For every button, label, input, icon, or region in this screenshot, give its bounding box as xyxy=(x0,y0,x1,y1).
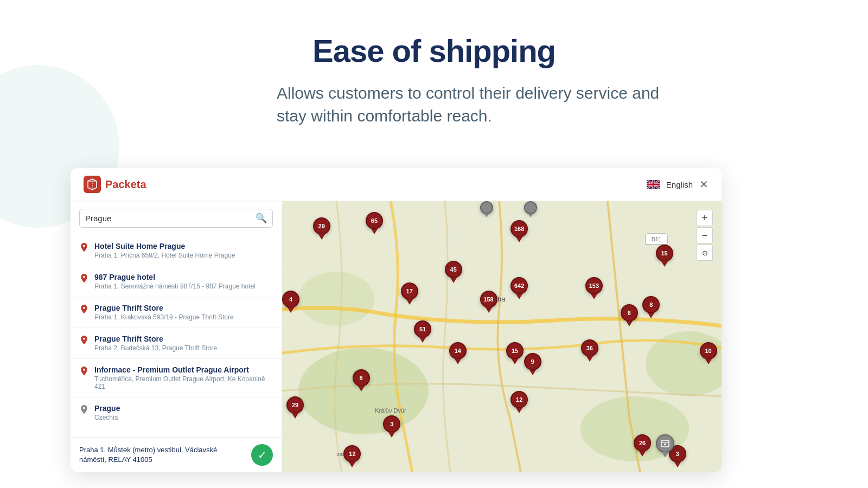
marker-pin xyxy=(388,432,395,438)
marker-pin xyxy=(528,214,533,217)
marker-pin xyxy=(529,370,536,375)
map-marker[interactable]: 12 xyxy=(343,445,361,467)
marker-count: 15 xyxy=(506,342,524,359)
marker-count: 642 xyxy=(510,277,528,294)
svg-rect-19 xyxy=(664,444,666,445)
marker-pin xyxy=(586,356,593,362)
map-marker[interactable]: 45 xyxy=(445,261,462,283)
pin-icon xyxy=(79,243,89,253)
list-item-info: Informace - Premium Outlet Prague Airpor… xyxy=(94,365,273,390)
marker-count: 4 xyxy=(282,291,299,308)
svg-text:Králův Dvůr: Králův Dvůr xyxy=(375,407,406,414)
map-marker[interactable]: 10 xyxy=(700,342,717,364)
packeta-logo-icon xyxy=(84,176,101,193)
marker-count: 3 xyxy=(383,415,400,433)
marker-pin xyxy=(455,359,461,364)
packeta-widget: Packeta English ✕ xyxy=(71,168,722,472)
bottom-bar: Praha 1, Můstek (metro) vestibul, Václav… xyxy=(71,437,282,472)
map-marker-gray[interactable] xyxy=(524,201,537,217)
svg-point-3 xyxy=(83,276,85,278)
map-marker[interactable]: 15 xyxy=(656,245,673,267)
marker-pin xyxy=(516,294,522,299)
zoom-out-button[interactable]: − xyxy=(697,227,713,243)
marker-count: 36 xyxy=(581,339,598,357)
marker-pin xyxy=(705,359,712,364)
svg-point-7 xyxy=(83,407,85,409)
hero-section: Ease of shipping Allows customers to con… xyxy=(190,33,678,153)
svg-point-5 xyxy=(83,338,85,340)
map-background: D11 • Praha Králův Dvůr vice xyxy=(282,201,722,472)
map-marker[interactable]: 6 xyxy=(621,304,638,326)
brand-name: Packeta xyxy=(105,178,146,191)
map-marker[interactable]: 17 xyxy=(401,282,418,305)
widget-header-right: English ✕ xyxy=(647,179,709,190)
selected-location-text: Praha 1, Můstek (metro) vestibul, Václav… xyxy=(79,445,217,465)
checkmark-icon: ✓ xyxy=(258,448,267,461)
language-label: English xyxy=(666,180,693,189)
location-list: Hotel Suite Home Prague Praha 1, Příčná … xyxy=(71,235,282,437)
reset-north-button[interactable]: ⊙ xyxy=(697,245,713,261)
page-subtitle: Allows customers to control their delive… xyxy=(190,82,678,127)
map-marker-gray[interactable] xyxy=(656,434,674,458)
list-item[interactable]: Prague Czechia xyxy=(71,397,282,428)
marker-count: 168 xyxy=(510,220,528,237)
list-item[interactable]: Prague Thrift Store Praha 1, Krakovská 5… xyxy=(71,297,282,328)
search-input[interactable] xyxy=(85,214,256,223)
svg-point-4 xyxy=(83,307,85,309)
marker-pin xyxy=(512,359,518,364)
map-marker[interactable]: 8 xyxy=(642,296,660,318)
list-item-address: Praha 2, Budečská 13, Prague Thrift Stor… xyxy=(94,344,273,352)
list-item[interactable]: Hotel Suite Home Prague Praha 1, Příčná … xyxy=(71,235,282,266)
widget-header: Packeta English ✕ xyxy=(71,168,722,201)
list-item-address: Praha 1, Příčná 658/2, Hotel Suite Home … xyxy=(94,252,273,259)
list-item[interactable]: Informace - Premium Outlet Prague Airpor… xyxy=(71,359,282,397)
map-marker[interactable]: 9 xyxy=(524,353,541,375)
map-marker[interactable]: 158 xyxy=(480,291,497,313)
marker-pin xyxy=(661,261,668,267)
list-item-name: Prague Thrift Store xyxy=(94,304,273,312)
map-marker[interactable]: 51 xyxy=(414,320,431,343)
list-item[interactable]: 987 Prague hotel Praha 1, Senovážné námě… xyxy=(71,266,282,297)
map-marker[interactable]: 8 xyxy=(353,369,370,391)
map-marker[interactable]: 26 xyxy=(634,434,651,457)
map-marker[interactable]: 4 xyxy=(282,291,299,313)
marker-count xyxy=(656,434,674,453)
marker-count: 9 xyxy=(524,353,541,370)
map-marker[interactable]: 153 xyxy=(585,277,603,299)
zoom-in-button[interactable]: + xyxy=(697,210,713,226)
map-marker-gray[interactable] xyxy=(480,201,493,217)
map-marker[interactable]: 3 xyxy=(383,415,400,438)
map-marker[interactable]: 12 xyxy=(510,391,528,413)
map-marker[interactable]: 65 xyxy=(366,212,383,234)
locker-icon xyxy=(660,439,670,448)
map-panel[interactable]: D11 • Praha Králův Dvůr vice 29 65 168 xyxy=(282,201,722,472)
marker-count: 12 xyxy=(343,445,361,463)
marker-count: 10 xyxy=(700,342,717,359)
marker-count: 17 xyxy=(401,282,418,300)
marker-count: 158 xyxy=(480,291,497,308)
search-wrapper[interactable]: 🔍 xyxy=(79,209,273,228)
marker-count xyxy=(524,201,537,214)
map-marker[interactable]: 29 xyxy=(313,217,330,240)
marker-pin xyxy=(406,299,413,305)
map-marker[interactable]: 15 xyxy=(506,342,524,364)
marker-pin xyxy=(639,451,646,457)
page-title: Ease of shipping xyxy=(190,33,678,69)
marker-pin xyxy=(662,452,668,458)
map-marker[interactable]: 168 xyxy=(510,220,528,242)
map-marker[interactable]: 642 xyxy=(510,277,528,299)
list-item[interactable]: Prague Thrift Store Praha 2, Budečská 13… xyxy=(71,328,282,359)
confirm-button[interactable]: ✓ xyxy=(251,444,273,466)
marker-count: 8 xyxy=(642,296,660,313)
list-item-name: Hotel Suite Home Prague xyxy=(94,242,273,251)
list-item-info: Prague Thrift Store Praha 1, Krakovská 5… xyxy=(94,304,273,321)
marker-count xyxy=(480,201,493,214)
close-button[interactable]: ✕ xyxy=(699,179,709,190)
marker-count: 153 xyxy=(585,277,603,294)
map-marker[interactable]: 29 xyxy=(286,396,304,419)
marker-pin xyxy=(349,462,355,467)
marker-count: 65 xyxy=(366,212,383,229)
map-marker[interactable]: 36 xyxy=(581,339,598,362)
widget-body: 🔍 Hotel Suite Home Prague Praha 1, Příčn… xyxy=(71,201,722,472)
map-marker[interactable]: 14 xyxy=(449,342,467,364)
